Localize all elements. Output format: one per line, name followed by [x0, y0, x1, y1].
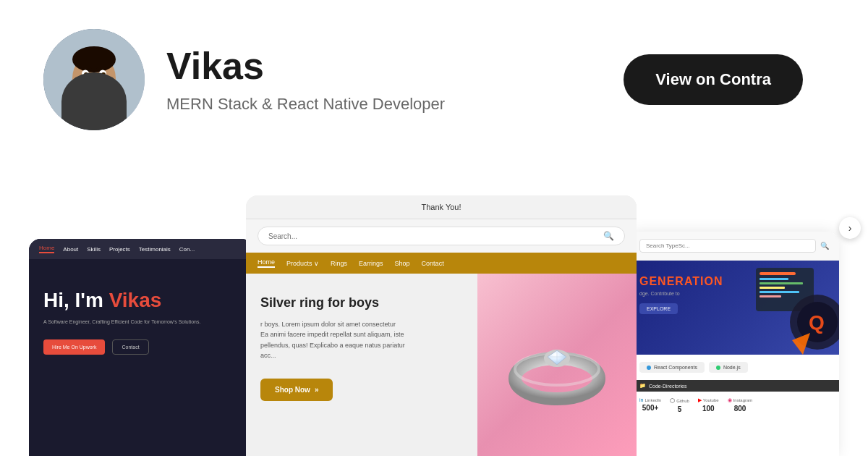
shop-nav-products: Products ∨	[286, 260, 319, 267]
shop-nav-earrings: Earrings	[359, 260, 383, 267]
shop-topbar: Thank You!	[246, 195, 637, 219]
screenshots-container: Home About Skills Projects Testimonials …	[0, 188, 868, 456]
dev-links: React Components Node.js	[629, 355, 839, 380]
svg-point-12	[91, 79, 97, 86]
react-link[interactable]: React Components	[639, 362, 705, 373]
search-input[interactable]	[268, 232, 603, 240]
nav-projects: Projects	[109, 246, 130, 253]
svg-point-7	[99, 70, 106, 78]
avatar	[43, 29, 145, 130]
nav-home: Home	[39, 245, 54, 253]
shop-screenshot: Thank You! 🔍 Home Products ∨ Rings Earri…	[246, 195, 637, 456]
svg-rect-0	[43, 29, 145, 130]
svg-point-9	[101, 72, 106, 77]
hire-upwork-button[interactable]: Hire Me On Upwork	[43, 339, 105, 355]
github-icon: ⬡	[670, 397, 675, 404]
contact-button[interactable]: Contact	[112, 339, 148, 355]
instagram-stat: ◉ Instagram 800	[728, 397, 753, 413]
product-title: Silver ring for boys	[260, 295, 463, 311]
svg-rect-2	[85, 90, 103, 105]
portfolio-buttons: Hire Me On Upwork Contact	[43, 339, 239, 355]
folder-icon: 📁	[639, 383, 646, 389]
linkedin-icon: in	[639, 397, 643, 402]
github-label: ⬡ Github	[670, 397, 689, 404]
linkedin-stat: in LinkedIn 500+	[639, 397, 661, 413]
nav-testimonials: Testimonials	[139, 246, 171, 253]
product-description: r boys. Lorem ipsum dolor sit amet conse…	[260, 319, 463, 361]
svg-rect-10	[81, 67, 91, 69]
code-dir-label: Code-Directories	[649, 384, 687, 389]
github-count: 5	[678, 405, 682, 413]
portfolio-subtext: A Software Engineer, Crafting Efficient …	[43, 318, 239, 326]
portfolio-body: Hi, I'm Vikas A Software Engineer, Craft…	[29, 259, 253, 369]
instagram-count: 800	[734, 405, 746, 413]
name-section: Vikas MERN Stack & React Native Develope…	[166, 46, 602, 113]
dev-search-icon: 🔍	[820, 242, 829, 250]
dev-banner: GENERATION dge. Contribute to EXPLORE Q	[629, 261, 839, 355]
product-image	[477, 274, 637, 456]
shop-nav-home: Home	[258, 258, 275, 268]
portfolio-heading: Hi, I'm Vikas	[43, 288, 239, 313]
shop-now-button[interactable]: Shop Now »	[260, 379, 333, 401]
shop-nav: Home Products ∨ Rings Earrings Shop Cont…	[246, 253, 637, 274]
next-arrow[interactable]: ›	[839, 217, 861, 239]
portfolio-screenshot: Home About Skills Projects Testimonials …	[29, 239, 253, 456]
view-contra-button[interactable]: View on Contra	[624, 54, 803, 105]
avatar-image	[43, 29, 145, 130]
instagram-label: ◉ Instagram	[728, 397, 753, 403]
shop-nav-rings: Rings	[331, 260, 347, 267]
shop-nav-shop: Shop	[395, 260, 410, 267]
nodejs-icon	[716, 366, 720, 370]
shop-search-bar: 🔍	[246, 219, 637, 253]
user-subtitle: MERN Stack & React Native Developer	[166, 95, 602, 114]
search-box[interactable]: 🔍	[258, 227, 625, 245]
header: Vikas MERN Stack & React Native Develope…	[0, 0, 868, 159]
youtube-label: ▶ Youtube	[698, 397, 719, 403]
product-text-area: Silver ring for boys r boys. Lorem ipsum…	[246, 274, 477, 456]
dev-search-input[interactable]	[639, 239, 816, 253]
svg-text:Q: Q	[809, 311, 825, 334]
portfolio-name: Vikas	[109, 289, 162, 311]
code-directories-bar: 📁 Code-Directories	[629, 380, 839, 392]
shop-body: Silver ring for boys r boys. Lorem ipsum…	[246, 274, 637, 456]
linkedin-label: in LinkedIn	[639, 397, 661, 402]
explore-button[interactable]: EXPLORE	[639, 303, 678, 314]
linkedin-count: 500+	[642, 404, 659, 412]
react-icon	[647, 366, 651, 370]
react-label: React Components	[654, 365, 697, 370]
svg-rect-11	[97, 67, 107, 69]
social-stats: in LinkedIn 500+ ⬡ Github 5 ▶ Youtube 10…	[629, 392, 839, 419]
svg-point-8	[84, 72, 88, 77]
svg-point-13	[85, 86, 103, 92]
banner-generation-text: GENERATION	[639, 275, 829, 288]
youtube-icon: ▶	[698, 397, 702, 403]
svg-point-6	[82, 70, 89, 78]
user-name: Vikas	[166, 46, 602, 87]
arrow-icon: »	[315, 386, 319, 394]
svg-point-1	[54, 109, 134, 130]
youtube-count: 100	[702, 405, 715, 413]
banner-sub-text: dge. Contribute to	[639, 291, 829, 296]
shop-now-label: Shop Now	[275, 386, 310, 394]
nav-about: About	[63, 246, 78, 253]
dev-search: 🔍	[629, 232, 839, 261]
github-stat: ⬡ Github 5	[670, 397, 689, 413]
nav-skills: Skills	[87, 246, 101, 253]
svg-point-4	[72, 46, 116, 72]
nodejs-label: Node.js	[723, 365, 741, 370]
instagram-icon: ◉	[728, 397, 732, 403]
nodejs-link[interactable]: Node.js	[709, 362, 748, 373]
youtube-stat: ▶ Youtube 100	[698, 397, 719, 413]
search-icon: 🔍	[603, 231, 614, 241]
svg-point-5	[78, 85, 110, 106]
nav-more: Con...	[179, 246, 195, 253]
shop-nav-contact: Contact	[422, 260, 444, 267]
ring-svg	[503, 317, 611, 426]
portfolio-nav: Home About Skills Projects Testimonials …	[29, 239, 253, 259]
devplatform-screenshot: 🔍 GENERATION dge. Contribute to EXPLORE	[629, 232, 839, 456]
